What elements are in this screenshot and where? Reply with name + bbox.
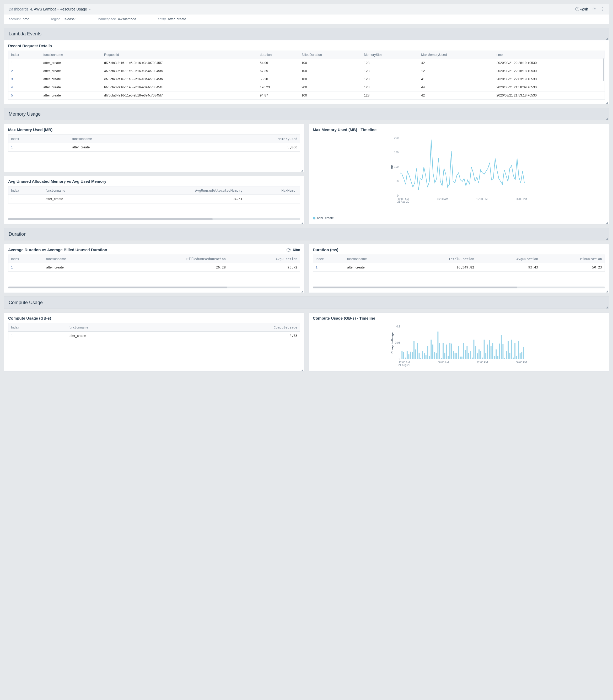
section-lambda-events[interactable]: Lambda Events ◢ [4,28,609,40]
filter-namespace[interactable]: namespaceaws/lambda [98,17,137,21]
more-icon[interactable]: ⋮ [600,6,604,12]
resize-handle-icon[interactable]: ◢ [606,37,608,39]
column-header[interactable]: MaxMemor [245,186,300,195]
column-header[interactable]: MaxMemoryUsed [418,51,494,59]
resize-handle-icon[interactable]: ◢ [606,102,608,104]
svg-rect-54 [468,353,469,359]
table-row[interactable]: 2after_create4f75cfa3-fe16-11e5-9b16-e3e… [9,67,604,75]
refresh-icon[interactable]: ⟳ [592,6,596,12]
horizontal-scrollbar[interactable] [8,287,300,288]
column-header[interactable]: functionname [43,186,108,195]
svg-rect-83 [518,341,519,359]
resize-handle-icon[interactable]: ◢ [606,117,608,120]
column-header[interactable]: duration [257,51,299,59]
row-index-link[interactable]: 1 [11,334,13,338]
svg-rect-36 [437,332,439,359]
svg-rect-20 [410,352,411,359]
column-header[interactable]: BilledDuration [299,51,361,59]
svg-text:100: 100 [394,166,399,168]
row-index-link[interactable]: 4 [11,85,13,89]
breadcrumb-root[interactable]: Dashboards [9,7,29,11]
resize-handle-icon[interactable]: ◢ [301,369,303,371]
svg-rect-65 [487,344,488,359]
memory-timeline-chart[interactable]: 050100150200MB12:00 AM21 Aug 2006:00 AM1… [313,136,605,205]
horizontal-scrollbar[interactable] [313,287,605,288]
column-header[interactable]: Index [9,51,41,59]
svg-text:150: 150 [394,151,399,154]
resize-handle-icon[interactable]: ◢ [606,222,608,224]
column-header[interactable]: MinDuration [540,255,604,263]
chevron-down-icon[interactable]: ⌄ [89,7,91,11]
column-header[interactable]: MemoryUsed [185,135,300,143]
column-header[interactable]: Index [9,135,70,143]
column-header[interactable]: AvgDuration [477,255,541,263]
compute-timeline-chart[interactable]: 00.050.1ComputeUsage12:00 AM21 Aug 2006:… [313,325,605,367]
table-row[interactable]: 1after_create5,860 [9,143,300,151]
row-index-link[interactable]: 1 [11,61,13,65]
svg-text:0.1: 0.1 [396,325,400,328]
column-header[interactable]: TotalDuration [404,255,477,263]
svg-rect-55 [470,351,471,359]
resize-handle-icon[interactable]: ◢ [606,306,608,308]
time-range-picker[interactable]: -24h [575,7,588,11]
row-index-link[interactable]: 2 [11,69,13,73]
panel-time-range[interactable]: -60m [287,248,300,252]
horizontal-scrollbar[interactable] [8,218,300,220]
resize-handle-icon[interactable]: ◢ [606,290,608,292]
svg-rect-41 [446,344,447,359]
table-row[interactable]: 1after_create94.51 [9,195,300,203]
column-header[interactable]: time [494,51,604,59]
svg-rect-78 [509,353,510,359]
section-compute-usage[interactable]: Compute Usage ◢ [4,296,609,309]
panel-compute-timeline: Compute Usage (GB-s) - Timeline 00.050.1… [308,313,609,371]
section-memory-usage[interactable]: Memory Usage ◢ [4,108,609,120]
row-index-link[interactable]: 1 [11,266,13,269]
resize-handle-icon[interactable]: ◢ [301,222,303,224]
column-header[interactable]: BilledUnusedDuration [110,255,229,263]
panel-title: Compute Usage (GB-s) - Timeline [313,316,605,320]
column-header[interactable]: ComputeUsage [174,323,300,332]
row-index-link[interactable]: 1 [316,266,317,269]
svg-rect-31 [429,356,430,359]
section-duration[interactable]: Duration ◢ [4,228,609,240]
column-header[interactable]: functionname [41,51,102,59]
row-index-link[interactable]: 3 [11,77,13,81]
table-row[interactable]: 3after_createef75cfa3-fe16-11e5-9b16-e3e… [9,75,604,83]
row-index-link[interactable]: 1 [11,146,13,149]
resize-handle-icon[interactable]: ◢ [301,290,303,292]
table-row[interactable]: 1after_create2.73 [9,332,300,340]
table-row[interactable]: 1after_createdf75cfa3-fe16-11e5-9b16-e3e… [9,59,604,67]
breadcrumb[interactable]: Dashboards 4. AWS Lambda - Resource Usag… [9,7,91,11]
table-row[interactable]: 5after_createdf75cfa3-fe16-11e5-9b16-e3e… [9,92,604,100]
svg-rect-46 [455,353,456,359]
column-header[interactable]: MemorySize [361,51,418,59]
filter-entity[interactable]: entityafter_create [158,17,187,21]
unused-memory-table: IndexfunctionnameAvgUnusedAllocatedMemor… [9,186,300,203]
filter-region[interactable]: regionus-east-1 [51,17,77,21]
table-row[interactable]: 4after_createbf75cfa3-fe16-11e5-9b16-e3e… [9,83,604,92]
resize-handle-icon[interactable]: ◢ [301,169,303,171]
table-row[interactable]: 1after_create26.2893.72 [9,263,300,272]
breadcrumb-title[interactable]: 4. AWS Lambda - Resource Usage [30,7,87,11]
column-header[interactable]: functionname [66,323,174,332]
svg-rect-18 [407,351,408,359]
column-header[interactable]: Index [9,255,43,263]
filter-account[interactable]: accountprod [9,17,30,21]
column-header[interactable]: Index [313,255,344,263]
column-header[interactable]: Index [9,186,43,195]
resize-handle-icon[interactable]: ◢ [606,238,608,240]
svg-rect-56 [472,358,473,359]
svg-text:0.05: 0.05 [395,341,400,344]
column-header[interactable]: AvgDuration [229,255,300,263]
svg-text:06:00 PM: 06:00 PM [516,198,527,200]
row-index-link[interactable]: 1 [11,197,13,201]
table-row[interactable]: 1after_create16,349.8293.4350.23 [313,263,604,272]
column-header[interactable]: RequestId [102,51,257,59]
column-header[interactable]: functionname [43,255,109,263]
panel-title: Max Memory Used (MB) - Timeline [313,128,605,132]
column-header[interactable]: Index [9,323,66,332]
row-index-link[interactable]: 5 [11,94,13,97]
column-header[interactable]: AvgUnusedAllocatedMemory [108,186,245,195]
column-header[interactable]: functionname [70,135,185,143]
column-header[interactable]: functionname [344,255,404,263]
